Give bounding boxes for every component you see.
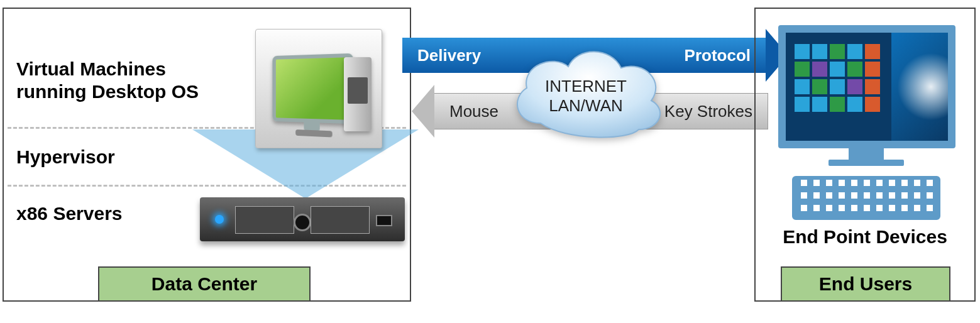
end-users-tag-label: End Users bbox=[819, 273, 912, 295]
server-layer-label: x86 Servers bbox=[16, 202, 123, 225]
vm-desktop-icon bbox=[255, 29, 382, 148]
network-cloud-icon: INTERNET LAN/WAN bbox=[503, 35, 669, 145]
delivery-label: Delivery bbox=[402, 46, 496, 65]
hypervisor-layer-label: Hypervisor bbox=[16, 146, 115, 168]
mouse-label: Mouse bbox=[434, 102, 514, 121]
endpoint-device-icon bbox=[778, 25, 954, 220]
cloud-line1: INTERNET bbox=[545, 77, 627, 96]
data-center-tag-label: Data Center bbox=[151, 273, 257, 295]
end-users-panel: End Point Devices End Users bbox=[754, 8, 976, 302]
cloud-line2: LAN/WAN bbox=[549, 96, 623, 116]
keyboard-icon bbox=[792, 176, 940, 220]
endpoint-devices-label: End Point Devices bbox=[756, 226, 974, 248]
data-center-tag: Data Center bbox=[98, 266, 311, 302]
vm-layer-label: Virtual Machines running Desktop OS bbox=[16, 58, 224, 103]
protocol-label: Protocol bbox=[669, 46, 766, 65]
x86-server-icon bbox=[200, 197, 405, 241]
end-users-tag: End Users bbox=[781, 266, 950, 302]
diagram-stage: Virtual Machines running Desktop OS Hype… bbox=[0, 0, 980, 323]
data-center-panel: Virtual Machines running Desktop OS Hype… bbox=[3, 8, 411, 302]
